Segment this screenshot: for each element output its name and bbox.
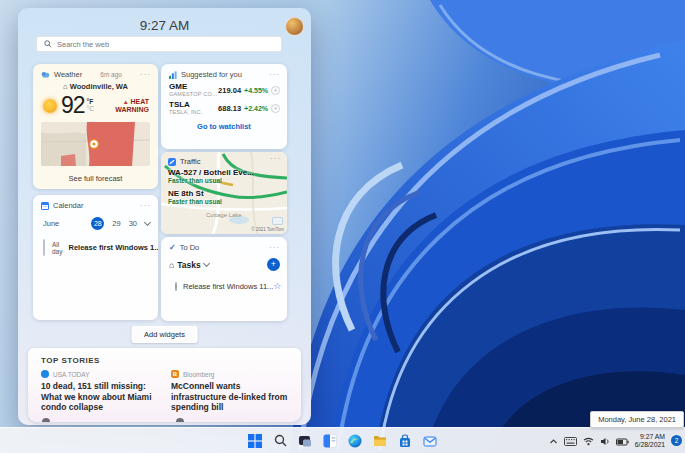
weather-widget[interactable]: Weather 6m ago ··· ⌂ Woodinville, WA 92 …	[33, 64, 158, 189]
stocks-widget[interactable]: Suggested for you ··· GME GAMESTOP CO...…	[161, 64, 287, 149]
task-item[interactable]: Release first Windows 11... ☆	[175, 281, 279, 291]
weather-temperature: 92	[61, 92, 85, 119]
news-source: USA TODAY	[53, 371, 90, 378]
todo-more-icon[interactable]: ···	[269, 245, 280, 251]
volume-icon[interactable]	[600, 432, 610, 450]
calendar-icon	[41, 202, 49, 210]
web-search-bar[interactable]	[36, 36, 282, 52]
task-checkbox[interactable]	[175, 282, 177, 291]
stock-change: +4.55%	[244, 87, 268, 94]
news-feed: TOP STORIES USA TODAY 10 dead, 151 still…	[28, 348, 301, 422]
stocks-title: Suggested for you	[181, 70, 242, 79]
weather-title: Weather	[54, 70, 82, 79]
stock-row[interactable]: TSLA TESLA, INC. 688.13 +2.42% +	[161, 97, 287, 115]
traffic-status: Faster than usual	[168, 177, 280, 184]
traffic-icon	[168, 158, 176, 166]
unit-fahrenheit[interactable]: °F	[87, 98, 94, 105]
mail-button[interactable]	[421, 431, 440, 450]
start-button[interactable]	[246, 431, 265, 450]
todo-list-selector[interactable]: ⌂ Tasks	[169, 260, 209, 270]
show-hidden-icons-chevron[interactable]	[549, 432, 558, 450]
calendar-more-icon[interactable]: ···	[140, 203, 151, 209]
news-headline[interactable]: 10 dead, 151 still missing: What we know…	[41, 381, 158, 413]
cropped-story-logo	[42, 418, 50, 422]
wifi-icon[interactable]	[583, 432, 594, 450]
calendar-day[interactable]: 29	[112, 219, 120, 228]
battery-icon[interactable]	[616, 432, 629, 450]
traffic-title: Traffic	[180, 157, 200, 166]
stock-price: 219.04	[218, 86, 241, 95]
stock-change: +2.42%	[244, 105, 268, 112]
calendar-day-selected[interactable]: 28	[91, 217, 104, 230]
search-button[interactable]	[271, 431, 290, 450]
notification-badge[interactable]: 2	[671, 435, 682, 446]
desktop: 9:27 AM Weather 6m ago ··· ⌂ Woodinville…	[0, 0, 685, 453]
star-icon[interactable]: ☆	[273, 281, 281, 291]
task-view-button[interactable]	[296, 431, 315, 450]
stock-symbol: TSLA	[169, 101, 203, 109]
touch-keyboard-icon[interactable]	[564, 432, 577, 450]
todo-title: To Do	[180, 243, 200, 252]
event-time: All day	[52, 241, 62, 255]
traffic-more-icon[interactable]: ···	[270, 156, 281, 162]
weather-alert-map	[41, 122, 150, 166]
microsoft-store-button[interactable]	[396, 431, 415, 450]
top-stories-heading: TOP STORIES	[28, 348, 301, 370]
sun-icon	[43, 99, 57, 113]
chevron-down-icon	[203, 260, 210, 267]
calendar-widget[interactable]: Calendar ··· June 28 29 30 All day Relea…	[33, 195, 158, 320]
stock-name: TESLA, INC.	[169, 109, 203, 115]
go-to-watchlist-link[interactable]: Go to watchlist	[161, 122, 287, 131]
tray-clock[interactable]: 9:27 AM 6/28/2021	[635, 433, 665, 449]
map-expand-icon[interactable]	[272, 217, 283, 225]
search-input[interactable]	[57, 40, 274, 49]
stocks-chart-icon	[169, 71, 177, 79]
weather-location: Woodinville, WA	[70, 82, 128, 91]
bloomberg-logo-icon: B	[171, 370, 179, 378]
calendar-title: Calendar	[53, 201, 83, 210]
map-label: Cottage Lake	[206, 212, 242, 218]
taskbar: 9:27 AM 6/28/2021 2	[0, 427, 685, 453]
heat-warning-badge: ▲ HEAT WARNING	[115, 98, 149, 114]
avatar[interactable]	[285, 17, 304, 36]
add-widgets-button[interactable]: Add widgets	[131, 326, 198, 343]
task-title: Release first Windows 11...	[183, 282, 273, 291]
news-story[interactable]: USA TODAY 10 dead, 151 still missing: Wh…	[41, 370, 158, 413]
file-explorer-button[interactable]	[371, 431, 390, 450]
news-headline[interactable]: McConnell wants infrastructure de-linked…	[171, 381, 288, 413]
weather-icon	[41, 71, 50, 78]
stock-row[interactable]: GME GAMESTOP CO... 219.04 +4.55% +	[161, 79, 287, 97]
chevron-down-icon[interactable]	[144, 219, 151, 226]
add-to-watchlist-icon[interactable]: +	[271, 104, 280, 113]
home-icon: ⌂	[169, 260, 174, 270]
home-icon: ⌂	[63, 82, 70, 91]
add-task-button[interactable]: +	[267, 258, 280, 271]
calendar-month: June	[43, 219, 59, 228]
panel-clock: 9:27 AM	[18, 18, 311, 33]
traffic-status: Faster than usual	[168, 198, 280, 205]
todo-check-icon: ✓	[169, 243, 176, 252]
map-attribution: © 2021 TomTom	[251, 227, 284, 232]
edge-browser-button[interactable]	[346, 431, 365, 450]
event-duration-bracket	[43, 239, 45, 256]
cropped-story-logo	[176, 418, 184, 422]
date-tooltip: Monday, June 28, 2021	[590, 411, 684, 428]
stock-price: 688.13	[218, 104, 241, 113]
news-story[interactable]: B Bloomberg McConnell wants infrastructu…	[171, 370, 288, 413]
unit-celsius[interactable]: °C	[87, 105, 94, 112]
traffic-route[interactable]: NE 8th St	[168, 189, 280, 198]
usa-today-logo-icon	[41, 370, 49, 378]
stocks-more-icon[interactable]: ···	[269, 72, 280, 78]
add-to-watchlist-icon[interactable]: +	[271, 86, 280, 95]
todo-widget[interactable]: ✓ To Do ··· ⌂ Tasks + Release first Wind…	[161, 237, 287, 321]
traffic-widget[interactable]: Traffic WA-527 / Bothell Eve... Faster t…	[161, 152, 287, 234]
weather-more-icon[interactable]: ···	[140, 72, 151, 78]
event-title: Release first Windows 1...	[68, 243, 158, 252]
stock-symbol: GME	[169, 83, 217, 91]
traffic-route[interactable]: WA-527 / Bothell Eve...	[168, 168, 280, 177]
calendar-event[interactable]: All day Release first Windows 1...	[43, 239, 150, 256]
widgets-panel: 9:27 AM Weather 6m ago ··· ⌂ Woodinville…	[18, 8, 311, 425]
calendar-day[interactable]: 30	[129, 219, 137, 228]
widgets-button[interactable]	[321, 431, 340, 450]
see-full-forecast-link[interactable]: See full forecast	[33, 168, 158, 189]
